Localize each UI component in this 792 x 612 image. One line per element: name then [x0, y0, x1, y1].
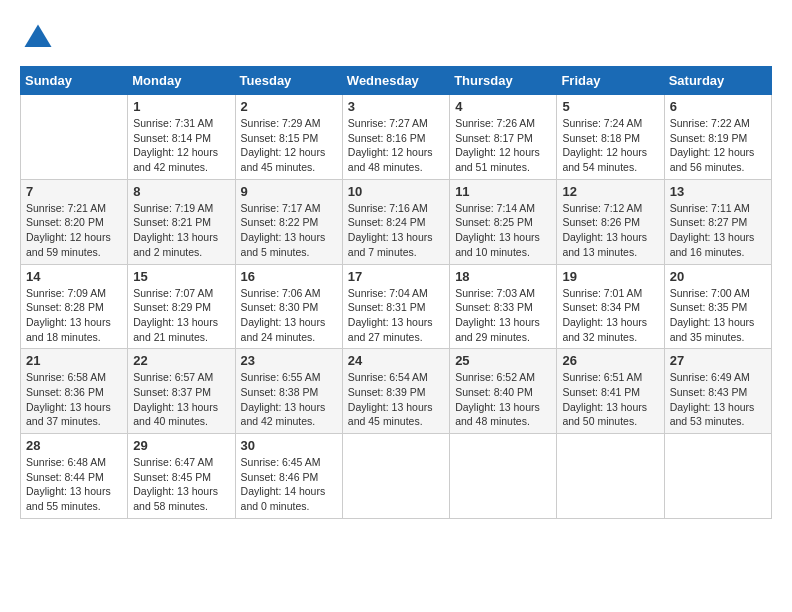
calendar-cell: 20Sunrise: 7:00 AMSunset: 8:35 PMDayligh… — [664, 264, 771, 349]
cell-info: Sunrise: 7:17 AMSunset: 8:22 PMDaylight:… — [241, 201, 337, 260]
cell-info: Sunrise: 7:24 AMSunset: 8:18 PMDaylight:… — [562, 116, 658, 175]
cell-info: Sunrise: 6:57 AMSunset: 8:37 PMDaylight:… — [133, 370, 229, 429]
calendar-cell: 16Sunrise: 7:06 AMSunset: 8:30 PMDayligh… — [235, 264, 342, 349]
day-number: 4 — [455, 99, 551, 114]
weekday-header-row: SundayMondayTuesdayWednesdayThursdayFrid… — [21, 67, 772, 95]
cell-info: Sunrise: 7:19 AMSunset: 8:21 PMDaylight:… — [133, 201, 229, 260]
cell-info: Sunrise: 7:16 AMSunset: 8:24 PMDaylight:… — [348, 201, 444, 260]
calendar-body: 1Sunrise: 7:31 AMSunset: 8:14 PMDaylight… — [21, 95, 772, 519]
day-number: 3 — [348, 99, 444, 114]
calendar-cell: 10Sunrise: 7:16 AMSunset: 8:24 PMDayligh… — [342, 179, 449, 264]
cell-info: Sunrise: 7:26 AMSunset: 8:17 PMDaylight:… — [455, 116, 551, 175]
calendar-cell — [21, 95, 128, 180]
calendar-cell: 17Sunrise: 7:04 AMSunset: 8:31 PMDayligh… — [342, 264, 449, 349]
day-number: 20 — [670, 269, 766, 284]
day-number: 18 — [455, 269, 551, 284]
logo — [20, 20, 62, 56]
page-header — [20, 20, 772, 56]
cell-info: Sunrise: 7:27 AMSunset: 8:16 PMDaylight:… — [348, 116, 444, 175]
calendar-cell: 7Sunrise: 7:21 AMSunset: 8:20 PMDaylight… — [21, 179, 128, 264]
day-number: 16 — [241, 269, 337, 284]
calendar-cell — [342, 434, 449, 519]
cell-info: Sunrise: 7:21 AMSunset: 8:20 PMDaylight:… — [26, 201, 122, 260]
weekday-header-thursday: Thursday — [450, 67, 557, 95]
general-blue-logo-icon — [20, 20, 56, 56]
calendar-cell: 21Sunrise: 6:58 AMSunset: 8:36 PMDayligh… — [21, 349, 128, 434]
cell-info: Sunrise: 6:48 AMSunset: 8:44 PMDaylight:… — [26, 455, 122, 514]
weekday-header-sunday: Sunday — [21, 67, 128, 95]
calendar-table: SundayMondayTuesdayWednesdayThursdayFrid… — [20, 66, 772, 519]
calendar-cell: 28Sunrise: 6:48 AMSunset: 8:44 PMDayligh… — [21, 434, 128, 519]
day-number: 24 — [348, 353, 444, 368]
calendar-cell: 6Sunrise: 7:22 AMSunset: 8:19 PMDaylight… — [664, 95, 771, 180]
cell-info: Sunrise: 7:03 AMSunset: 8:33 PMDaylight:… — [455, 286, 551, 345]
cell-info: Sunrise: 6:52 AMSunset: 8:40 PMDaylight:… — [455, 370, 551, 429]
day-number: 21 — [26, 353, 122, 368]
calendar-cell: 26Sunrise: 6:51 AMSunset: 8:41 PMDayligh… — [557, 349, 664, 434]
cell-info: Sunrise: 6:47 AMSunset: 8:45 PMDaylight:… — [133, 455, 229, 514]
calendar-cell: 18Sunrise: 7:03 AMSunset: 8:33 PMDayligh… — [450, 264, 557, 349]
day-number: 30 — [241, 438, 337, 453]
day-number: 28 — [26, 438, 122, 453]
svg-marker-0 — [25, 25, 52, 48]
cell-info: Sunrise: 7:04 AMSunset: 8:31 PMDaylight:… — [348, 286, 444, 345]
cell-info: Sunrise: 7:07 AMSunset: 8:29 PMDaylight:… — [133, 286, 229, 345]
day-number: 7 — [26, 184, 122, 199]
calendar-week-row: 14Sunrise: 7:09 AMSunset: 8:28 PMDayligh… — [21, 264, 772, 349]
calendar-week-row: 21Sunrise: 6:58 AMSunset: 8:36 PMDayligh… — [21, 349, 772, 434]
calendar-cell: 22Sunrise: 6:57 AMSunset: 8:37 PMDayligh… — [128, 349, 235, 434]
day-number: 11 — [455, 184, 551, 199]
cell-info: Sunrise: 6:49 AMSunset: 8:43 PMDaylight:… — [670, 370, 766, 429]
cell-info: Sunrise: 6:51 AMSunset: 8:41 PMDaylight:… — [562, 370, 658, 429]
calendar-cell: 2Sunrise: 7:29 AMSunset: 8:15 PMDaylight… — [235, 95, 342, 180]
day-number: 5 — [562, 99, 658, 114]
cell-info: Sunrise: 6:54 AMSunset: 8:39 PMDaylight:… — [348, 370, 444, 429]
calendar-week-row: 1Sunrise: 7:31 AMSunset: 8:14 PMDaylight… — [21, 95, 772, 180]
calendar-cell: 12Sunrise: 7:12 AMSunset: 8:26 PMDayligh… — [557, 179, 664, 264]
weekday-header-saturday: Saturday — [664, 67, 771, 95]
calendar-cell: 13Sunrise: 7:11 AMSunset: 8:27 PMDayligh… — [664, 179, 771, 264]
cell-info: Sunrise: 7:01 AMSunset: 8:34 PMDaylight:… — [562, 286, 658, 345]
day-number: 25 — [455, 353, 551, 368]
calendar-cell: 9Sunrise: 7:17 AMSunset: 8:22 PMDaylight… — [235, 179, 342, 264]
cell-info: Sunrise: 7:00 AMSunset: 8:35 PMDaylight:… — [670, 286, 766, 345]
day-number: 19 — [562, 269, 658, 284]
day-number: 2 — [241, 99, 337, 114]
day-number: 26 — [562, 353, 658, 368]
calendar-cell — [557, 434, 664, 519]
cell-info: Sunrise: 7:09 AMSunset: 8:28 PMDaylight:… — [26, 286, 122, 345]
day-number: 14 — [26, 269, 122, 284]
calendar-cell: 4Sunrise: 7:26 AMSunset: 8:17 PMDaylight… — [450, 95, 557, 180]
day-number: 22 — [133, 353, 229, 368]
calendar-cell: 1Sunrise: 7:31 AMSunset: 8:14 PMDaylight… — [128, 95, 235, 180]
day-number: 23 — [241, 353, 337, 368]
cell-info: Sunrise: 7:14 AMSunset: 8:25 PMDaylight:… — [455, 201, 551, 260]
calendar-cell: 14Sunrise: 7:09 AMSunset: 8:28 PMDayligh… — [21, 264, 128, 349]
day-number: 10 — [348, 184, 444, 199]
calendar-cell: 3Sunrise: 7:27 AMSunset: 8:16 PMDaylight… — [342, 95, 449, 180]
day-number: 9 — [241, 184, 337, 199]
calendar-cell: 8Sunrise: 7:19 AMSunset: 8:21 PMDaylight… — [128, 179, 235, 264]
cell-info: Sunrise: 7:06 AMSunset: 8:30 PMDaylight:… — [241, 286, 337, 345]
day-number: 13 — [670, 184, 766, 199]
calendar-cell: 11Sunrise: 7:14 AMSunset: 8:25 PMDayligh… — [450, 179, 557, 264]
calendar-cell: 27Sunrise: 6:49 AMSunset: 8:43 PMDayligh… — [664, 349, 771, 434]
calendar-cell: 24Sunrise: 6:54 AMSunset: 8:39 PMDayligh… — [342, 349, 449, 434]
cell-info: Sunrise: 7:29 AMSunset: 8:15 PMDaylight:… — [241, 116, 337, 175]
calendar-cell: 23Sunrise: 6:55 AMSunset: 8:38 PMDayligh… — [235, 349, 342, 434]
calendar-cell: 30Sunrise: 6:45 AMSunset: 8:46 PMDayligh… — [235, 434, 342, 519]
calendar-cell: 5Sunrise: 7:24 AMSunset: 8:18 PMDaylight… — [557, 95, 664, 180]
calendar-cell: 29Sunrise: 6:47 AMSunset: 8:45 PMDayligh… — [128, 434, 235, 519]
day-number: 6 — [670, 99, 766, 114]
calendar-cell — [450, 434, 557, 519]
cell-info: Sunrise: 7:12 AMSunset: 8:26 PMDaylight:… — [562, 201, 658, 260]
day-number: 12 — [562, 184, 658, 199]
weekday-header-wednesday: Wednesday — [342, 67, 449, 95]
day-number: 8 — [133, 184, 229, 199]
cell-info: Sunrise: 6:55 AMSunset: 8:38 PMDaylight:… — [241, 370, 337, 429]
calendar-cell: 19Sunrise: 7:01 AMSunset: 8:34 PMDayligh… — [557, 264, 664, 349]
cell-info: Sunrise: 7:31 AMSunset: 8:14 PMDaylight:… — [133, 116, 229, 175]
calendar-cell: 25Sunrise: 6:52 AMSunset: 8:40 PMDayligh… — [450, 349, 557, 434]
calendar-week-row: 7Sunrise: 7:21 AMSunset: 8:20 PMDaylight… — [21, 179, 772, 264]
calendar-week-row: 28Sunrise: 6:48 AMSunset: 8:44 PMDayligh… — [21, 434, 772, 519]
